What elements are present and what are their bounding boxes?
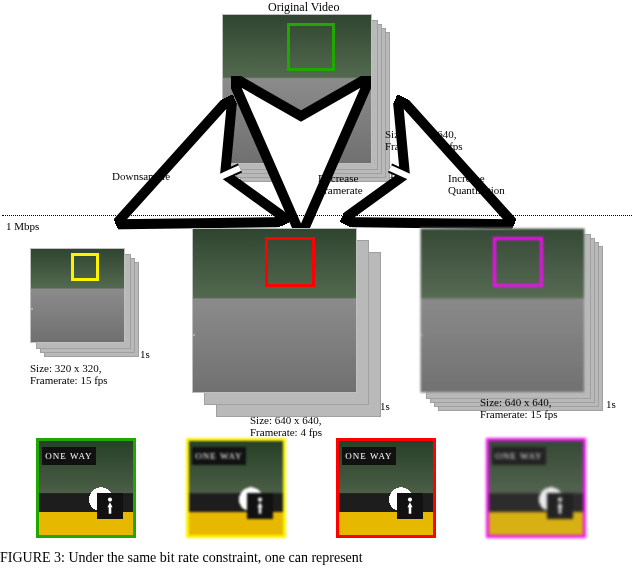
- incq-frame: [420, 228, 585, 393]
- ped-icon-red: [397, 493, 423, 519]
- sign-red: ONE WAY: [342, 447, 396, 465]
- incq-stack: [420, 228, 585, 393]
- incq-framerate: Framerate: 15 fps: [480, 408, 558, 420]
- decfr-frame: [192, 228, 357, 393]
- arrow-decrease-fr: [286, 168, 316, 228]
- bitrate-label: 1 Mbps: [6, 220, 39, 232]
- orig-stack: [222, 14, 372, 164]
- figure-canvas: Original Video 1s Size: 640 x 640, Frame…: [0, 0, 638, 568]
- incq-axis-1s: 1s: [606, 398, 616, 410]
- label-decrease-fr: Decrease Framerate: [318, 172, 363, 196]
- sign-yellow: ONE WAY: [192, 447, 246, 465]
- incq-bbox: [493, 237, 543, 287]
- figure-caption: FIGURE 3: Under the same bit rate constr…: [0, 550, 638, 566]
- title-original: Original Video: [268, 0, 339, 15]
- down-stack: [30, 248, 125, 343]
- orig-framerate: Framerate: 15 fps: [385, 140, 463, 152]
- decfr-bbox: [265, 237, 315, 287]
- svg-point-7: [258, 498, 262, 502]
- ped-icon-green: [97, 493, 123, 519]
- down-bbox: [71, 253, 99, 281]
- decfr-framerate: Framerate: 4 fps: [250, 426, 322, 438]
- bitrate-line: [2, 215, 632, 216]
- label-downsample: Downsample: [112, 170, 170, 182]
- orig-frame: [222, 14, 372, 164]
- sign-green: ONE WAY: [42, 447, 96, 465]
- incq-size: Size: 640 x 640,: [480, 396, 552, 408]
- decfr-size: Size: 640 x 640,: [250, 414, 322, 426]
- decfr-axis-1s: 1s: [380, 400, 390, 412]
- svg-point-8: [408, 498, 412, 502]
- orig-bbox: [287, 23, 335, 71]
- svg-point-9: [558, 498, 562, 502]
- down-axis-1s: 1s: [140, 348, 150, 360]
- svg-point-6: [108, 498, 112, 502]
- orig-size: Size: 640 x 640,: [385, 128, 457, 140]
- crop-yellow: ONE WAY: [186, 438, 286, 538]
- crop-green: ONE WAY: [36, 438, 136, 538]
- ped-icon-magenta: [547, 493, 573, 519]
- label-increase-q: Increase Quantization: [448, 172, 505, 196]
- decfr-stack: [192, 228, 357, 393]
- down-frame: [30, 248, 125, 343]
- crop-magenta: ONE WAY: [486, 438, 586, 538]
- down-framerate: Framerate: 15 fps: [30, 374, 108, 386]
- ped-icon-yellow: [247, 493, 273, 519]
- down-size: Size: 320 x 320,: [30, 362, 102, 374]
- crop-red: ONE WAY: [336, 438, 436, 538]
- arrow-increase-q: [380, 160, 510, 232]
- sign-magenta: ONE WAY: [492, 447, 546, 465]
